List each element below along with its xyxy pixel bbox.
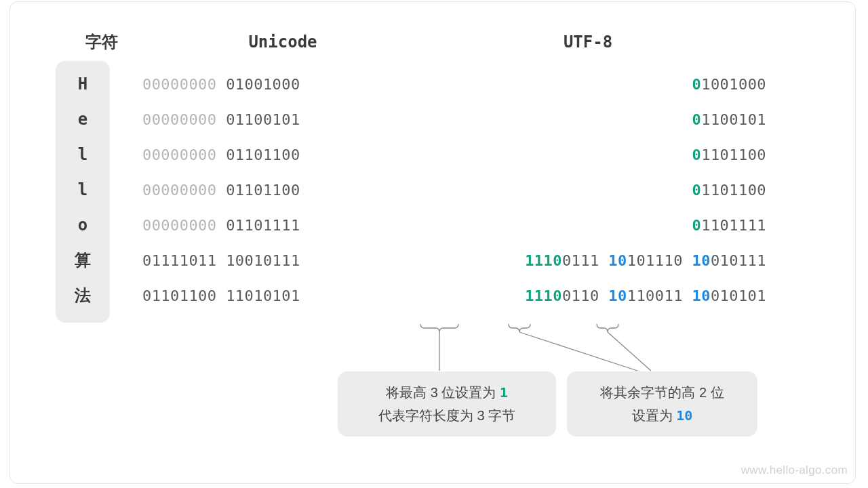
callout-continuation-byte: 将其余字节的高 2 位 设置为 10 xyxy=(567,371,757,436)
table-row: 01101100 1101010111100110 10110011 10010… xyxy=(142,278,766,313)
callout-text: 代表字符长度为 3 字节 xyxy=(378,408,515,423)
table-row: 00000000 0110111101101111 xyxy=(142,207,766,243)
unicode-cell: 00000000 01100101 xyxy=(142,111,373,128)
unicode-cell: 00000000 01101100 xyxy=(142,182,373,199)
watermark: www.hello-algo.com xyxy=(741,464,848,477)
header-unicode: Unicode xyxy=(174,33,391,52)
callout-text: 将其余字节的高 2 位 xyxy=(600,385,724,400)
utf8-cell: 11100111 10101110 10010111 xyxy=(414,252,766,269)
table-row: 00000000 0110110001101100 xyxy=(142,137,766,172)
table-row: 00000000 0110110001101100 xyxy=(142,172,766,207)
callout-num: 1 xyxy=(500,384,508,401)
utf8-cell: 01101100 xyxy=(414,182,766,199)
column-headers: 字符 Unicode UTF-8 xyxy=(56,31,757,53)
character-column: Hello算法 xyxy=(56,61,110,323)
char-cell: H xyxy=(56,66,110,102)
unicode-cell: 00000000 01101100 xyxy=(142,146,373,163)
utf8-cell: 01100101 xyxy=(414,111,766,128)
char-cell: e xyxy=(56,102,110,137)
table-row: 01111011 1001011111100111 10101110 10010… xyxy=(142,243,766,278)
header-char: 字符 xyxy=(56,31,147,53)
callout-text: 设置为 xyxy=(632,408,677,423)
char-cell: l xyxy=(56,172,110,207)
unicode-cell: 01111011 10010111 xyxy=(142,252,373,269)
table-row: 00000000 0110010101100101 xyxy=(142,102,766,137)
unicode-cell: 00000000 01001000 xyxy=(142,76,373,93)
unicode-cell: 00000000 01101111 xyxy=(142,217,373,234)
utf8-cell: 01101100 xyxy=(414,146,766,163)
char-cell: o xyxy=(56,207,110,243)
callout-lead-byte: 将最高 3 位设置为 1 代表字符长度为 3 字节 xyxy=(338,371,556,436)
header-utf8: UTF-8 xyxy=(418,33,757,52)
utf8-cell: 01101111 xyxy=(414,217,766,234)
utf8-cell: 11100110 10110011 10010101 xyxy=(414,287,766,304)
callout-text: 将最高 3 位设置为 xyxy=(386,385,500,400)
char-cell: l xyxy=(56,137,110,172)
encoding-rows: 00000000 010010000100100000000000 011001… xyxy=(142,66,766,313)
unicode-cell: 01101100 11010101 xyxy=(142,287,373,304)
callout-num: 10 xyxy=(676,407,692,424)
table-row: 00000000 0100100001001000 xyxy=(142,66,766,102)
utf8-cell: 01001000 xyxy=(414,76,766,93)
char-cell: 算 xyxy=(56,243,110,278)
char-cell: 法 xyxy=(56,278,110,313)
